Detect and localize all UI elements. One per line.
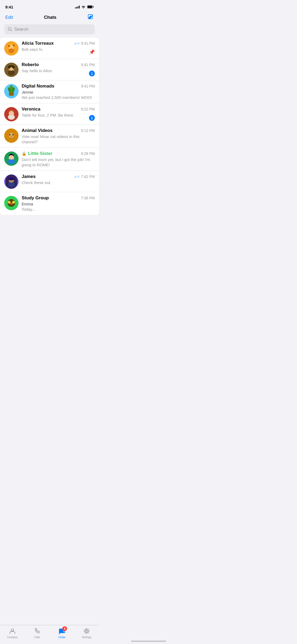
svg-point-4 [8, 27, 11, 30]
unread-badge-roberto: 1 [89, 71, 95, 76]
chat-name-alicia: Alicia Torreaux [22, 41, 54, 46]
chat-content-james: James ✓✓ 7:42 PM Check these out [22, 174, 95, 185]
avatar-veronica [4, 107, 18, 121]
signal-icon [75, 5, 80, 8]
chat-content-study-group: Study Group 7:36 PM EmmaToday... [22, 195, 95, 212]
chat-name-animal-videos: Animal Videos [22, 128, 53, 133]
svg-rect-18 [9, 92, 14, 96]
compose-button[interactable] [87, 14, 94, 21]
svg-point-35 [10, 155, 13, 160]
chat-preview-digital-nomads: JennieWe just reached 2,500 members! WOO… [22, 90, 95, 100]
chat-name-veronica: Veronica [22, 107, 40, 112]
chat-content-roberto: Roberto 9:41 PM Say hello to Alice. [22, 62, 95, 73]
wifi-icon [81, 5, 86, 8]
chat-name-roberto: Roberto [22, 62, 39, 67]
chat-meta-alicia: 📌 [89, 49, 95, 55]
chat-meta-veronica: 1 [89, 115, 95, 121]
lock-icon-little-sister: 🔒 [22, 151, 27, 156]
chat-preview-animal-videos: Vote now! Moar cat videos in this channe… [22, 134, 95, 144]
chat-preview-james: Check these out [22, 180, 95, 185]
chat-time-veronica: 9:22 PM [81, 107, 95, 111]
chat-content-alicia: Alicia Torreaux ✓✓ 9:41 PM Bob says hi. [22, 41, 95, 52]
svg-point-31 [10, 136, 12, 137]
chat-name-digital-nomads: Digital Nomads [22, 84, 54, 89]
chat-name-little-sister: 🔒 Little Sister [22, 151, 52, 156]
avatar-animal-videos [4, 128, 18, 143]
svg-point-9 [8, 48, 14, 53]
chat-time-alicia: ✓✓ 9:41 PM [74, 41, 95, 45]
chat-content-animal-videos: Animal Videos 9:12 PM Vote now! Moar cat… [22, 128, 95, 144]
avatar-digital-nomads [4, 84, 18, 98]
svg-rect-2 [88, 6, 92, 8]
svg-rect-1 [93, 6, 94, 8]
chat-item-digital-nomads[interactable]: Digital Nomads 9:41 PM JennieWe just rea… [0, 80, 99, 103]
status-time: 9:41 [5, 5, 13, 9]
chat-preview-study-group: EmmaToday... [22, 201, 95, 212]
chat-list: Alicia Torreaux ✓✓ 9:41 PM Bob says hi. … [0, 38, 99, 215]
chat-item-alicia[interactable]: Alicia Torreaux ✓✓ 9:41 PM Bob says hi. … [0, 38, 99, 59]
search-placeholder: Search [14, 27, 29, 32]
avatar-study-group [4, 196, 18, 210]
chat-time-animal-videos: 9:12 PM [81, 128, 95, 133]
chat-time-little-sister: 8:28 PM [81, 151, 95, 156]
avatar-roberto [4, 63, 18, 77]
svg-point-29 [9, 134, 11, 136]
avatar-alicia [4, 41, 18, 56]
chat-time-digital-nomads: 9:41 PM [81, 84, 95, 88]
chat-item-veronica[interactable]: Veronica 9:22 PM Table for four, 2 PM. B… [0, 103, 99, 125]
chat-preview-alicia: Bob says hi. [22, 47, 95, 52]
chat-meta-roberto: 1 [89, 71, 95, 76]
nav-header: Edit Chats [0, 12, 99, 24]
chat-item-study-group[interactable]: Study Group 7:36 PM EmmaToday... [0, 192, 99, 215]
chat-preview-veronica: Table for four, 2 PM. Be there. [22, 113, 95, 118]
svg-point-10 [8, 45, 10, 47]
svg-point-46 [10, 203, 13, 205]
avatar-james [4, 174, 18, 189]
chat-item-roberto[interactable]: Roberto 9:41 PM Say hello to Alice. 1 [0, 59, 99, 80]
chat-time-roberto: 9:41 PM [81, 63, 95, 67]
status-bar: 9:41 [0, 0, 99, 12]
svg-point-30 [12, 134, 14, 136]
chat-content-digital-nomads: Digital Nomads 9:41 PM JennieWe just rea… [22, 84, 95, 100]
svg-rect-41 [8, 178, 15, 180]
search-bar[interactable]: Search [4, 24, 95, 34]
chat-time-james: ✓✓ 7:42 PM [74, 174, 95, 179]
pin-icon-alicia: 📌 [89, 49, 95, 55]
unread-badge-veronica: 1 [89, 115, 95, 121]
chat-item-animal-videos[interactable]: Animal Videos 9:12 PM Vote now! Moar cat… [0, 125, 99, 148]
avatar-little-sister [4, 151, 18, 166]
status-icons [75, 5, 94, 8]
battery-icon [87, 5, 94, 8]
chat-name-james: James [22, 174, 36, 179]
page-title: Chats [44, 15, 56, 20]
edit-button[interactable]: Edit [5, 15, 13, 20]
chat-preview-little-sister: Don't tell mom yet, but I got the job! I… [22, 157, 95, 167]
chat-item-little-sister[interactable]: 🔒 Little Sister 8:28 PM Don't tell mom y… [0, 148, 99, 171]
svg-point-25 [10, 111, 13, 116]
svg-point-11 [13, 44, 15, 47]
chat-time-study-group: 7:36 PM [81, 196, 95, 200]
svg-point-16 [10, 67, 13, 71]
search-icon [8, 27, 12, 31]
chat-name-study-group: Study Group [22, 195, 49, 201]
read-check-alicia: ✓✓ [74, 42, 80, 45]
read-check-james: ✓✓ [74, 175, 80, 179]
chat-item-james[interactable]: James ✓✓ 7:42 PM Check these out [0, 171, 99, 192]
chat-preview-roberto: Say hello to Alice. [22, 68, 95, 73]
chat-content-veronica: Veronica 9:22 PM Table for four, 2 PM. B… [22, 107, 95, 118]
chat-content-little-sister: 🔒 Little Sister 8:28 PM Don't tell mom y… [22, 151, 95, 167]
